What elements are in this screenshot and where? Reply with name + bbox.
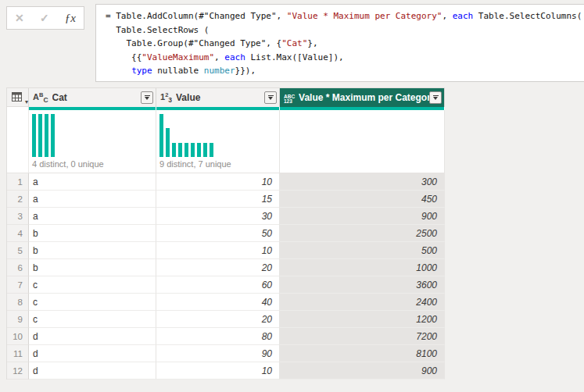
formula-toolbar: ✕ ✓ ƒx [6,6,84,30]
cell-result[interactable]: 300 [280,173,445,191]
cell-cat[interactable]: a [29,173,156,191]
row-number[interactable]: 6 [7,259,29,276]
distribution-bar [32,114,36,157]
cell-value[interactable]: 80 [156,328,280,345]
value-distribution-bars [159,114,216,157]
row-number[interactable]: 4 [7,225,29,242]
column-profile-cat[interactable]: 4 distinct, 0 unique [29,110,156,173]
fx-icon[interactable]: ƒx [65,12,76,25]
cell-value[interactable]: 30 [156,208,280,225]
check-icon[interactable]: ✓ [40,12,49,24]
distribution-bar [178,143,182,157]
table-row: 3a30900 [7,208,445,225]
formula-line-2: Table.SelectRows ( [106,23,584,37]
cell-result[interactable]: 900 [280,362,445,380]
cell-cat[interactable]: b [29,242,156,259]
cell-cat[interactable]: a [29,208,156,225]
cell-cat[interactable]: d [29,345,156,362]
distribution-bar [210,143,213,157]
cell-value[interactable]: 20 [156,259,280,276]
cell-cat[interactable]: b [29,259,156,276]
value-distribution-bars [32,114,57,157]
table-icon [12,92,23,102]
table-row: 8c402400 [7,294,445,311]
table-row: 6b201000 [7,259,445,276]
table-body: 1a103002a154503a309004b5025005b105006b20… [7,173,445,380]
cell-result[interactable]: 7200 [280,328,445,345]
cell-result[interactable]: 2500 [280,225,445,242]
row-number[interactable]: 3 [7,208,29,225]
cell-value[interactable]: 60 [156,276,280,294]
distribution-bar [38,114,42,157]
cell-result[interactable]: 450 [280,191,445,208]
cell-cat[interactable]: c [29,311,156,328]
table-row: 12d10900 [7,362,445,380]
cell-value[interactable]: 10 [156,242,280,259]
cell-result[interactable]: 1200 [280,311,445,328]
cell-cat[interactable]: c [29,276,156,294]
cell-value[interactable]: 15 [156,191,280,208]
distribution-bar [203,143,207,157]
distribution-bar [51,114,55,157]
text-type-icon: ABC [33,92,48,104]
cell-value[interactable]: 50 [156,225,280,242]
row-number[interactable]: 8 [7,294,29,311]
cell-cat[interactable]: d [29,328,156,345]
header-row: ▾ ABCCat123ValueABC123Value * Maximum pe… [7,87,445,107]
column-label: Cat [52,92,141,103]
table-row: 2a15450 [7,191,445,208]
column-header-cat[interactable]: ABCCat [29,88,156,107]
cell-value[interactable]: 10 [156,173,280,191]
cell-value[interactable]: 20 [156,311,280,328]
cancel-icon[interactable]: ✕ [15,12,24,24]
table-row: 4b502500 [7,225,445,242]
cell-cat[interactable]: c [29,294,156,311]
filter-button[interactable] [429,91,442,104]
column-profile-value-maximum-per-category[interactable] [280,110,445,173]
cell-cat[interactable]: d [29,362,156,380]
cell-value[interactable]: 90 [156,345,280,362]
any-type-icon: ABC123 [284,91,295,105]
row-number[interactable]: 11 [7,345,29,362]
formula-input[interactable]: = Table.AddColumn(#"Changed Type", "Valu… [95,4,584,82]
row-number[interactable]: 7 [7,276,29,294]
cell-result[interactable]: 2400 [280,294,445,311]
cell-result[interactable]: 1000 [280,259,445,276]
row-number[interactable]: 9 [7,311,29,328]
row-number[interactable]: 12 [7,362,29,380]
column-label: Value [176,92,264,103]
column-label: Value * Maximum per Category [299,92,429,103]
formula-line-1: = Table.AddColumn(#"Changed Type", "Valu… [106,9,584,23]
cell-result[interactable]: 8100 [280,345,445,362]
select-all-button[interactable]: ▾ [7,88,29,107]
distribution-bar [45,114,48,157]
filter-button[interactable] [264,91,277,104]
table-row: 5b10500 [7,242,445,259]
number-type-icon: 123 [160,92,172,104]
cell-result[interactable]: 500 [280,242,445,259]
column-header-value[interactable]: 123Value [156,88,280,107]
cell-result[interactable]: 3600 [280,276,445,294]
column-profile-row: 4 distinct, 0 unique9 distinct, 7 unique [7,110,445,173]
cell-value[interactable]: 10 [156,362,280,380]
table-row: 10d807200 [7,328,445,345]
table-row: 1a10300 [7,173,445,191]
profile-gutter [7,110,29,173]
filter-button[interactable] [141,91,153,104]
distribution-bar [197,143,201,157]
row-number[interactable]: 2 [7,191,29,208]
formula-line-6: ( ) [106,78,584,83]
formula-line-3: Table.Group(#"Changed Type", {"Cat"}, [106,37,584,51]
table-row: 7c603600 [7,276,445,294]
column-header-value-maximum-per-category[interactable]: ABC123Value * Maximum per Category [280,88,445,107]
row-number[interactable]: 1 [7,173,29,191]
row-number[interactable]: 5 [7,242,29,259]
cell-result[interactable]: 900 [280,208,445,225]
column-profile-value[interactable]: 9 distinct, 7 unique [156,110,280,173]
cell-cat[interactable]: b [29,225,156,242]
distinct-unique-label: 9 distinct, 7 unique [159,159,231,169]
distribution-bar [172,143,176,157]
cell-cat[interactable]: a [29,191,156,208]
row-number[interactable]: 10 [7,328,29,345]
cell-value[interactable]: 40 [156,294,280,311]
